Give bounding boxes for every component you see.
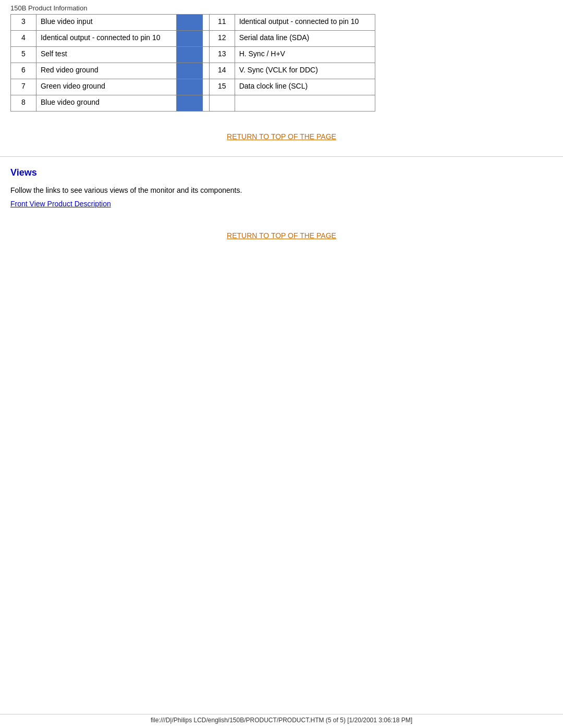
color-block-left [177, 63, 209, 79]
pin-num-left: 8 [11, 95, 36, 112]
return-link-container-2: RETURN TO TOP OF THE PAGE [10, 211, 553, 250]
footer-text: file:///D|/Philips LCD/english/150B/PROD… [151, 717, 412, 724]
return-link-container-1: RETURN TO TOP OF THE PAGE [10, 117, 553, 151]
pin-num-left: 3 [11, 15, 36, 31]
breadcrumb: 150B Product Information [10, 4, 87, 12]
pin-desc-left: Blue video input [36, 15, 176, 31]
pin-num-right: 12 [209, 31, 235, 47]
pin-desc-right: Data clock line (SCL) [235, 79, 375, 95]
pin-num-right: 14 [209, 63, 235, 79]
pin-num-right: 13 [209, 47, 235, 63]
return-to-top-link-1[interactable]: RETURN TO TOP OF THE PAGE [227, 132, 336, 141]
pin-num-left: 5 [11, 47, 36, 63]
color-block-left [177, 79, 209, 95]
pin-desc-right: Identical output - connected to pin 10 [235, 15, 375, 31]
pin-desc-left: Identical output - connected to pin 10 [36, 31, 176, 47]
pin-desc-left: Blue video ground [36, 95, 176, 112]
pin-num-left: 4 [11, 31, 36, 47]
color-block-left [177, 95, 209, 112]
front-view-link[interactable]: Front View Product Description [10, 200, 111, 208]
color-block-left [177, 15, 209, 31]
pin-desc-right: H. Sync / H+V [235, 47, 375, 63]
color-block-left [177, 31, 209, 47]
table-row: 8 Blue video ground [11, 95, 375, 112]
pin-num-right: 15 [209, 79, 235, 95]
pin-desc-left: Red video ground [36, 63, 176, 79]
pin-desc-right: Serial data line (SDA) [235, 31, 375, 47]
views-description: Follow the links to see various views of… [10, 186, 553, 194]
section-divider [0, 156, 563, 157]
return-to-top-link-2[interactable]: RETURN TO TOP OF THE PAGE [227, 231, 336, 240]
table-row: 5 Self test 13 H. Sync / H+V [11, 47, 375, 63]
pin-num-right: 11 [209, 15, 235, 31]
pin-table: 3 Blue video input 11 Identical output -… [10, 14, 375, 112]
table-row: 4 Identical output - connected to pin 10… [11, 31, 375, 47]
table-row: 7 Green video ground 15 Data clock line … [11, 79, 375, 95]
views-section: Views Follow the links to see various vi… [0, 167, 563, 250]
pin-desc-left: Self test [36, 47, 176, 63]
views-title: Views [10, 167, 553, 178]
pin-num-left: 6 [11, 63, 36, 79]
pin-num-right [209, 95, 235, 112]
table-row: 6 Red video ground 14 V. Sync (VCLK for … [11, 63, 375, 79]
pin-desc-right [235, 95, 375, 112]
pin-num-left: 7 [11, 79, 36, 95]
pin-desc-left: Green video ground [36, 79, 176, 95]
color-block-left [177, 47, 209, 63]
table-row: 3 Blue video input 11 Identical output -… [11, 15, 375, 31]
pin-desc-right: V. Sync (VCLK for DDC) [235, 63, 375, 79]
page-footer: file:///D|/Philips LCD/english/150B/PROD… [0, 714, 563, 724]
